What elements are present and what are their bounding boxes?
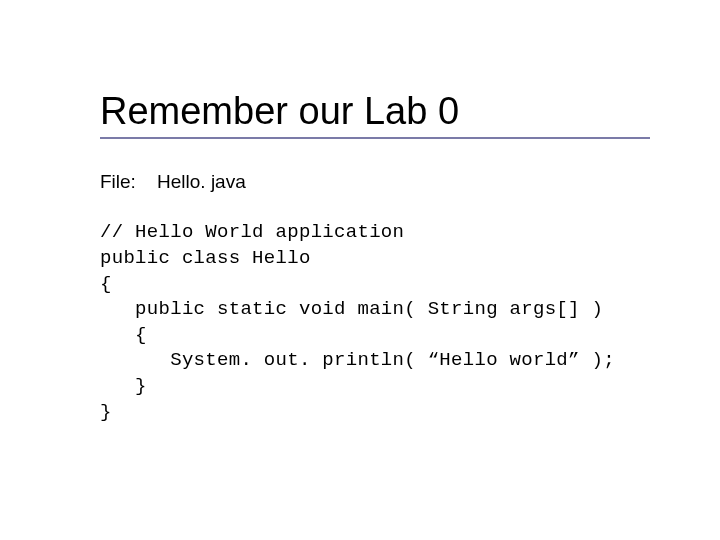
file-line: File: Hello. java	[100, 169, 650, 195]
slide: Remember our Lab 0 File: Hello. java // …	[0, 0, 720, 540]
slide-title: Remember our Lab 0	[100, 90, 650, 133]
code-line: // Hello World application	[100, 221, 404, 243]
filename: Hello. java	[157, 171, 246, 192]
code-line: System. out. println( “Hello world” );	[100, 349, 615, 371]
code-line: public static void main( String args[] )	[100, 298, 603, 320]
title-block: Remember our Lab 0	[100, 90, 650, 139]
code-block: // Hello World application public class …	[100, 195, 650, 451]
code-line: }	[100, 401, 112, 423]
file-label: File:	[100, 171, 136, 192]
code-line: }	[100, 375, 147, 397]
code-line: {	[100, 273, 112, 295]
slide-body: File: Hello. java // Hello World applica…	[100, 169, 650, 451]
code-line: {	[100, 324, 147, 346]
code-line: public class Hello	[100, 247, 311, 269]
title-underline	[100, 137, 650, 139]
